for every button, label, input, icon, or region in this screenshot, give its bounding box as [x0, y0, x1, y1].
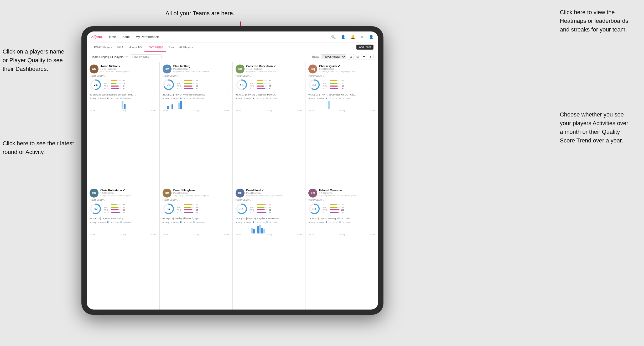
off-course-label: Off course: [196, 97, 205, 99]
player-card: CR Chris Robertson ✓ 1-5 Handicap Craigm…: [87, 186, 159, 310]
player-name: Charlie Quick ✓: [319, 65, 375, 68]
on-course-dot: [107, 98, 108, 99]
on-course-dot: [180, 221, 181, 223]
player-name: Dave Billingham: [173, 189, 230, 192]
last-round[interactable]: 03 Mar 23 | 19, Must make putting →: [90, 216, 157, 220]
last-round[interactable]: 19 Jul 23 | 74 (+4), Sunningdale GC - Ol…: [308, 216, 375, 220]
player-handicap: 6-10 Handicap: [319, 68, 375, 70]
activity-dates: 31 Jul 21 Aug 4 Sep: [236, 109, 303, 111]
quality-circle: 87: [308, 203, 320, 215]
on-course-label: On course: [256, 97, 265, 99]
team-title: Team Clippd | 14 Players: [91, 55, 123, 58]
tab-pga[interactable]: PGA: [115, 42, 126, 52]
quality-section[interactable]: 87 OTT 73 APP 79 ARG 103: [308, 203, 375, 215]
player-header[interactable]: CQ Charlie Quick ✓ 6-10 Handicap St. Geo…: [308, 65, 375, 73]
player-handicap: 1-5 Handicap: [100, 192, 157, 194]
last-round[interactable]: 26 Aug 23 | 84 (+12), Royal North Devon …: [236, 216, 303, 220]
player-name: Chris Robertson ✓: [100, 189, 157, 192]
player-header[interactable]: EC Edward Crossman 1-5 Handicap Sunningd…: [308, 189, 375, 198]
avatar: EC: [308, 189, 317, 198]
off-course-dot: [266, 98, 268, 99]
tab-team-clippd[interactable]: Team Clippd: [144, 42, 166, 52]
quality-section[interactable]: 93 OTT 84 APP 85 ARG 88: [163, 79, 230, 91]
quality-section[interactable]: 74 OTT 60 APP 58 ARG 84: [90, 79, 157, 91]
player-header[interactable]: DF David Ford ✓ Plus Handicap Royal Nort…: [236, 189, 303, 198]
user-icon[interactable]: 👤: [369, 35, 373, 39]
last-round[interactable]: 04 Sep 23 | Mobility with coach, Gym →: [163, 216, 230, 220]
tab-hcaps[interactable]: Hcaps 1-5: [126, 42, 144, 52]
quality-circle: 74: [90, 79, 102, 91]
grid-view-icon[interactable]: ⊟: [355, 54, 360, 60]
stats-grid: OTT 82 APP 74 ARG 85 PUTT 9: [177, 204, 230, 214]
last-round-text: 26 Aug 23 | 84 (+12), Royal North Devon …: [236, 217, 280, 220]
avatar: DF: [236, 189, 245, 198]
quality-section[interactable]: 82 OTT 60 APP 77 ARG 81: [90, 203, 157, 215]
edit-icon[interactable]: ✏: [126, 55, 128, 58]
tab-pgat[interactable]: PGAT Players: [91, 42, 115, 52]
activity-header: Activity · 1 Month On course Off course: [236, 221, 303, 223]
nav-home[interactable]: Home: [107, 35, 116, 39]
player-header[interactable]: BM Blair McHarg Plus Handicap Royal Nort…: [163, 65, 230, 73]
player-header[interactable]: AN Aaron Nicholls 11-15 Handicap Drift G…: [90, 65, 157, 73]
activity-dates: 31 Jul 21 Aug 4 Sep: [90, 109, 157, 111]
player-header[interactable]: CR Chris Robertson ✓ 1-5 Handicap Craigm…: [90, 189, 157, 198]
tab-tour[interactable]: Tour: [166, 42, 176, 52]
quality-section[interactable]: 85 OTT 89 APP 80 ARG 83: [236, 203, 303, 215]
activity-label: Activity · 1 Month: [236, 221, 252, 223]
quality-score: 87: [313, 207, 316, 211]
activity-chart: 31 Jul 21 Aug 4 Sep: [308, 100, 375, 113]
off-course-dot: [120, 98, 122, 99]
arrow-icon: →: [227, 93, 230, 96]
arrow-icon: →: [227, 217, 230, 220]
last-round[interactable]: 02 Sep 23 | Sunset round to get back int…: [90, 92, 157, 96]
last-round[interactable]: 02 Jul 23 | 59 (+17), Craigmillar Park G…: [236, 92, 303, 96]
on-course-label: On course: [110, 221, 119, 223]
settings-icon[interactable]: ⚙: [360, 35, 364, 39]
quality-section[interactable]: 83 OTT 77 APP 80 ARG 83: [308, 79, 375, 91]
activity-label: Activity · 1 Month: [163, 97, 179, 99]
bell-icon[interactable]: 🔔: [351, 35, 355, 39]
activity-header: Activity · 1 Month On course Off course: [308, 97, 375, 99]
player-card: AN Aaron Nicholls 11-15 Handicap Drift G…: [87, 62, 159, 186]
nav-teams[interactable]: Teams: [121, 35, 130, 39]
avatar: BM: [163, 65, 172, 73]
nav-my-performance[interactable]: My Performance: [136, 35, 159, 39]
avatar: CQ: [308, 65, 317, 73]
last-round[interactable]: 26 Aug 23 | 73 (+1), Royal North Devon G…: [163, 92, 230, 96]
off-course-label: Off course: [342, 97, 351, 99]
quality-section[interactable]: 87 OTT 82 APP 74 ARG 85: [163, 203, 230, 215]
show-select[interactable]: Player Activity Quality Trend: [321, 54, 346, 59]
filter-icon[interactable]: ▼: [361, 54, 367, 60]
activity-label: Activity · 1 Month: [236, 97, 252, 99]
activity-bars: [163, 100, 230, 109]
player-card: CQ Charlie Quick ✓ 6-10 Handicap St. Geo…: [305, 62, 378, 186]
profile-icon[interactable]: 👤: [341, 35, 345, 39]
search-icon[interactable]: 🔍: [331, 35, 336, 39]
on-course-label: On course: [183, 97, 192, 99]
player-header[interactable]: CR Cameron Robertson ✓ 11-15 Handicap Ro…: [236, 65, 303, 73]
quality-score: 93: [167, 83, 170, 87]
off-course-label: Off course: [123, 97, 132, 99]
avatar: CR: [90, 189, 98, 198]
quality-label: Player Quality ⓘ: [163, 199, 230, 202]
quality-section[interactable]: 68 OTT 61 APP 63 ARG 75: [236, 79, 303, 91]
filter-input[interactable]: [130, 54, 162, 59]
player-handicap: 1-5 Handicap: [319, 192, 375, 194]
quality-score: 82: [94, 207, 97, 211]
last-round-text: 19 Jul 23 | 74 (+4), Sunningdale GC - Ol…: [308, 217, 349, 220]
activity-chart: 31 Jul 21 Aug 4 Sep: [163, 100, 230, 113]
sort-icon[interactable]: ↕: [368, 54, 373, 60]
activity-chart: 31 Jul 21 Aug 4 Sep: [90, 224, 157, 237]
player-header[interactable]: DB Dave Billingham Plus Handicap Sag Mai…: [163, 189, 230, 198]
activity-section: Activity · 1 Month On course Off course: [236, 221, 303, 237]
players-grid: AN Aaron Nicholls 11-15 Handicap Drift G…: [87, 62, 378, 310]
arrow-icon: →: [300, 93, 302, 96]
logo: clippd: [91, 35, 102, 39]
last-round[interactable]: 07 Aug 23 | 77 (+7), St George's Hill GC…: [308, 92, 375, 96]
activity-section: Activity · 1 Month On course Off course: [163, 221, 230, 237]
add-team-button[interactable]: Add Team: [356, 45, 373, 50]
list-view-icon[interactable]: ⊞: [348, 54, 354, 60]
nav-bar: clippd Home Teams My Performance 🔍 👤 🔔 ⚙…: [87, 31, 378, 42]
tab-all-players[interactable]: All Players: [177, 42, 196, 52]
activity-section: Activity · 1 Month On course Off course: [308, 221, 375, 237]
